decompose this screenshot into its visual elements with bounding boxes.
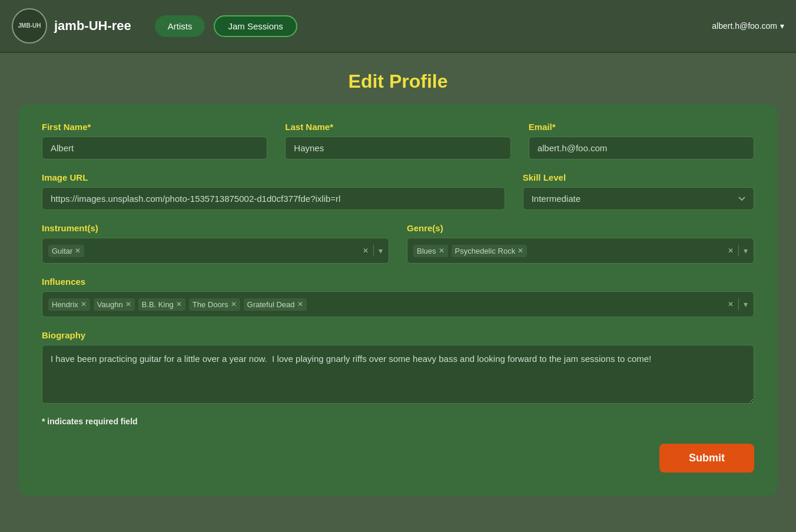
instrument-tag-guitar-label: Guitar — [52, 247, 72, 255]
email-input[interactable] — [529, 137, 754, 159]
last-name-label: Last Name* — [285, 122, 510, 132]
required-note: * indicates required field — [42, 417, 754, 426]
influence-tag-hendrix: Hendrix ✕ — [48, 298, 90, 311]
artists-nav-button[interactable]: Artists — [155, 15, 205, 37]
instruments-label: Instrument(s) — [42, 223, 389, 233]
influence-tag-grateful-dead-label: Grateful Dead — [247, 300, 295, 309]
influences-controls: ✕ ▾ — [728, 298, 748, 310]
last-name-group: Last Name* — [285, 122, 510, 159]
influence-tag-hendrix-remove[interactable]: ✕ — [81, 300, 87, 308]
genre-tag-blues-remove[interactable]: ✕ — [439, 247, 445, 255]
form-footer: Submit — [42, 444, 754, 473]
biography-label: Biography — [42, 330, 754, 340]
genres-dropdown-arrow[interactable]: ▾ — [744, 246, 748, 255]
genre-tag-psychedelic-remove[interactable]: ✕ — [518, 247, 523, 255]
last-name-input[interactable] — [285, 137, 510, 159]
image-url-group: Image URL — [42, 172, 505, 210]
user-email: albert.h@foo.com — [712, 21, 777, 31]
influence-tag-hendrix-label: Hendrix — [52, 300, 78, 309]
influence-tag-grateful-dead: Grateful Dead ✕ — [244, 298, 307, 311]
influence-tag-vaughn-label: Vaughn — [97, 300, 123, 309]
navbar: JMB-UH jamb-UH-ree Artists Jam Sessions … — [0, 0, 796, 53]
biography-group: Biography I have been practicing guitar … — [42, 330, 754, 404]
influence-tag-grateful-dead-remove[interactable]: ✕ — [297, 300, 303, 308]
genres-label: Genre(s) — [407, 223, 754, 233]
logo-initials: JMB-UH — [18, 22, 41, 29]
skill-level-group: Skill Level Beginner Intermediate Advanc… — [523, 172, 754, 210]
genres-divider — [738, 245, 739, 257]
user-menu[interactable]: albert.h@foo.com — [712, 21, 784, 31]
instruments-dropdown-arrow[interactable]: ▾ — [379, 246, 383, 255]
logo-icon: JMB-UH — [12, 8, 47, 44]
logo-text: jamb-UH-ree — [54, 18, 131, 34]
genre-tag-psychedelic-label: Psychedelic Rock — [455, 247, 516, 255]
influence-tag-bbking: B.B. King ✕ — [138, 298, 185, 311]
image-skill-row: Image URL Skill Level Beginner Intermedi… — [42, 172, 754, 210]
genres-select[interactable]: Blues ✕ Psychedelic Rock ✕ ✕ ▾ — [407, 238, 754, 264]
instruments-controls: ✕ ▾ — [363, 245, 383, 257]
genres-controls: ✕ ▾ — [728, 245, 748, 257]
image-url-input[interactable] — [42, 187, 505, 210]
instruments-clear[interactable]: ✕ — [363, 247, 369, 255]
instruments-select[interactable]: Guitar ✕ ✕ ▾ — [42, 238, 389, 264]
name-email-row: First Name* Last Name* Email* — [42, 122, 754, 159]
influence-tag-bbking-remove[interactable]: ✕ — [176, 300, 182, 308]
influences-dropdown-arrow[interactable]: ▾ — [744, 300, 748, 309]
influence-tag-doors: The Doors ✕ — [189, 298, 240, 311]
instrument-tag-guitar: Guitar ✕ — [48, 245, 84, 257]
influences-divider — [738, 298, 739, 310]
first-name-input[interactable] — [42, 137, 267, 159]
email-label: Email* — [529, 122, 754, 132]
submit-button[interactable]: Submit — [659, 444, 754, 473]
skill-level-select[interactable]: Beginner Intermediate Advanced — [523, 187, 754, 210]
edit-profile-form: First Name* Last Name* Email* Image URL … — [18, 104, 778, 496]
instruments-group: Instrument(s) Guitar ✕ ✕ ▾ — [42, 223, 389, 264]
logo-area: JMB-UH jamb-UH-ree — [12, 8, 131, 44]
email-group: Email* — [529, 122, 754, 159]
image-url-label: Image URL — [42, 172, 505, 182]
genre-tag-blues: Blues ✕ — [413, 245, 448, 257]
influence-tag-doors-label: The Doors — [193, 300, 228, 309]
instrument-tag-guitar-remove[interactable]: ✕ — [75, 247, 81, 255]
influence-tag-doors-remove[interactable]: ✕ — [231, 300, 237, 308]
influences-clear[interactable]: ✕ — [728, 300, 734, 308]
genre-tag-psychedelic: Psychedelic Rock ✕ — [452, 245, 528, 257]
jam-sessions-nav-button[interactable]: Jam Sessions — [214, 15, 297, 37]
influences-group: Influences Hendrix ✕ Vaughn ✕ B.B. King … — [42, 277, 754, 317]
genre-tag-blues-label: Blues — [417, 247, 436, 255]
influences-select[interactable]: Hendrix ✕ Vaughn ✕ B.B. King ✕ The Doors… — [42, 291, 754, 317]
instruments-genres-row: Instrument(s) Guitar ✕ ✕ ▾ Genre(s) Blue… — [42, 223, 754, 264]
navbar-nav: Artists Jam Sessions — [155, 15, 297, 37]
genres-group: Genre(s) Blues ✕ Psychedelic Rock ✕ ✕ ▾ — [407, 223, 754, 264]
skill-level-label: Skill Level — [523, 172, 754, 182]
influences-label: Influences — [42, 277, 754, 287]
biography-row: Biography I have been practicing guitar … — [42, 330, 754, 404]
genres-clear[interactable]: ✕ — [728, 247, 734, 255]
biography-textarea[interactable]: I have been practicing guitar for a litt… — [42, 345, 754, 404]
influence-tag-vaughn-remove[interactable]: ✕ — [125, 300, 131, 308]
influence-tag-bbking-label: B.B. King — [142, 300, 174, 309]
influence-tag-vaughn: Vaughn ✕ — [94, 298, 135, 311]
instruments-divider — [373, 245, 374, 257]
first-name-group: First Name* — [42, 122, 267, 159]
page-title: Edit Profile — [0, 53, 796, 104]
influences-row: Influences Hendrix ✕ Vaughn ✕ B.B. King … — [42, 277, 754, 317]
first-name-label: First Name* — [42, 122, 267, 132]
